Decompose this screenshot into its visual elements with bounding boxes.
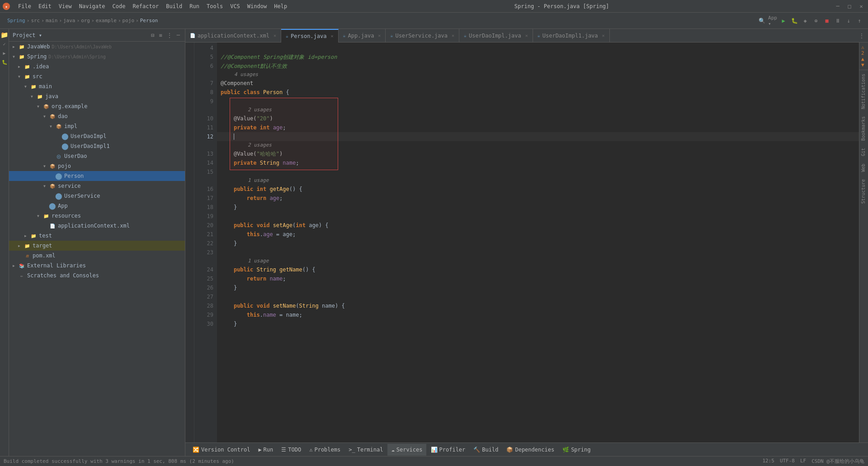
bottom-dependencies[interactable]: 📦 Dependencies <box>503 444 558 456</box>
tree-item-userdaoimpl[interactable]: ⬤ UserDaoImpl <box>9 131 185 141</box>
tree-item-main[interactable]: ▼ 📁 main <box>9 81 185 91</box>
breadcrumb-src[interactable]: src <box>31 18 40 24</box>
tab-userdaoimpl[interactable]: ☕ UserDaoImpl.java ✕ <box>459 29 533 43</box>
run-button[interactable]: ▶ <box>778 16 788 26</box>
menu-file[interactable]: File <box>14 2 35 10</box>
tree-item-userservice[interactable]: ⬤ UserService <box>9 191 185 201</box>
bottom-run[interactable]: ▶ Run <box>255 444 277 456</box>
tree-item-src[interactable]: ▼ 📁 src <box>9 71 185 81</box>
commit-icon[interactable]: ✓ <box>0 40 9 48</box>
tab-applicationcontext[interactable]: 📄 applicationContext.xml ✕ <box>185 29 281 43</box>
tree-item-extlibs[interactable]: ▶ 📚 External Libraries <box>9 261 185 271</box>
tree-item-orgexample[interactable]: ▼ 📦 org.example <box>9 101 185 111</box>
menu-build[interactable]: Build <box>162 2 186 10</box>
status-linesep[interactable]: LF <box>800 458 806 465</box>
close-tab-person[interactable]: ✕ <box>331 33 334 38</box>
tree-item-userdaoimpl1[interactable]: ⬤ UserDaoImpl1 <box>9 141 185 151</box>
options-icon[interactable]: ⋮ <box>165 32 174 39</box>
tree-item-target[interactable]: ▶ 📁 target <box>9 241 185 251</box>
settings-icon[interactable]: ≡ <box>158 32 164 39</box>
pause-button[interactable]: ⏸ <box>833 16 843 26</box>
menu-help[interactable]: Help <box>270 2 291 10</box>
git-push-button[interactable]: ↑ <box>854 16 864 26</box>
breadcrumb-java[interactable]: java <box>63 18 75 24</box>
close-tab-userdaoimpl[interactable]: ✕ <box>525 33 528 38</box>
bottom-build[interactable]: 🔨 Build <box>470 444 502 456</box>
tab-userdaoimpl1[interactable]: ☕ UserDaoImpl1.java ✕ <box>533 29 610 43</box>
bottom-todo[interactable]: ☰ TODO <box>278 444 305 456</box>
bottom-problems[interactable]: ⚠ Problems <box>306 444 344 456</box>
menu-window[interactable]: Window <box>244 2 270 10</box>
debug-button[interactable]: 🐛 <box>789 16 799 26</box>
tree-item-javaweb[interactable]: ▶ 📁 JavaWeb D:\Users\Admin\JavaWeb <box>9 42 185 52</box>
breadcrumb-person[interactable]: Person <box>140 18 158 24</box>
status-encoding[interactable]: UTF-8 <box>780 458 795 465</box>
close-button[interactable]: ✕ <box>856 1 866 11</box>
tab-person[interactable]: ☕ Person.java ✕ <box>281 29 339 43</box>
bookmarks-label[interactable]: Bookmarks <box>859 113 868 144</box>
menu-tools[interactable]: Tools <box>203 2 226 10</box>
tree-item-dao[interactable]: ▼ 📦 dao <box>9 111 185 121</box>
tree-item-service[interactable]: ▼ 📦 service <box>9 181 185 191</box>
bottom-profiler[interactable]: 📊 Profiler <box>427 444 469 456</box>
breadcrumb-example[interactable]: example <box>96 18 117 24</box>
project-icon[interactable]: 📁 <box>0 31 9 39</box>
close-tab-app[interactable]: ✕ <box>378 33 381 38</box>
bottom-services[interactable]: ☁ Services <box>387 444 426 456</box>
tree-item-idea[interactable]: ▶ 📁 .idea <box>9 62 185 71</box>
tree-item-appcontext[interactable]: 📄 applicationContext.xml <box>9 221 185 231</box>
minimize-panel-icon[interactable]: ─ <box>175 32 181 39</box>
tree-item-person[interactable]: ⬤ Person <box>9 171 185 181</box>
breadcrumb-spring[interactable]: Spring <box>7 18 25 24</box>
code-line-12[interactable] <box>217 132 859 141</box>
menu-run[interactable]: Run <box>186 2 203 10</box>
structure-label[interactable]: Structure <box>859 176 868 207</box>
menu-refactor[interactable]: Refactor <box>129 2 162 10</box>
maximize-button[interactable]: □ <box>844 1 854 11</box>
tree-item-pojo[interactable]: ▼ 📦 pojo <box>9 161 185 171</box>
close-tab-userdaoimpl1[interactable]: ✕ <box>602 33 605 38</box>
tree-item-userdao[interactable]: ◎ UserDao <box>9 151 185 161</box>
tree-item-impl[interactable]: ▼ 📦 impl <box>9 121 185 131</box>
web-label[interactable]: Web <box>859 160 868 176</box>
debug-side-icon[interactable]: 🐛 <box>0 58 9 66</box>
breadcrumb-pojo[interactable]: pojo <box>123 18 135 24</box>
notifications-label[interactable]: Notifications <box>859 70 868 113</box>
profile-button[interactable]: ⊕ <box>811 16 821 26</box>
bottom-version-control[interactable]: 🔀 Version Control <box>189 444 254 456</box>
run-side-icon[interactable]: ▶ <box>0 49 9 57</box>
tree-item-test[interactable]: ▶ 📁 test <box>9 231 185 241</box>
breadcrumb-main[interactable]: main <box>46 18 58 24</box>
git-update-button[interactable]: ↓ <box>844 16 854 26</box>
tree-item-spring[interactable]: ▼ 📁 Spring D:\Users\Admin\Spring <box>9 52 185 62</box>
arrow-main: ▼ <box>24 85 30 89</box>
close-tab-userservice[interactable]: ✕ <box>452 33 454 38</box>
tree-item-java[interactable]: ▼ 📁 java <box>9 91 185 101</box>
status-position[interactable]: 12:5 <box>762 458 774 465</box>
tab-app[interactable]: ☕ App.java ✕ <box>339 29 386 43</box>
menu-navigate[interactable]: Navigate <box>75 2 109 10</box>
menu-code[interactable]: Code <box>109 2 129 10</box>
bottom-spring[interactable]: 🌿 Spring <box>559 444 594 456</box>
tree-item-pomxml[interactable]: m pom.xml <box>9 251 185 261</box>
close-tab-applicationcontext[interactable]: ✕ <box>274 33 276 38</box>
collapse-all-icon[interactable]: ⊟ <box>150 32 156 39</box>
run-coverage-button[interactable]: ◈ <box>800 16 810 26</box>
tree-item-app[interactable]: ⬤ App <box>9 201 185 211</box>
menu-view[interactable]: View <box>55 2 75 10</box>
stop-button[interactable]: ■ <box>822 16 832 26</box>
tab-userservice[interactable]: ☕ UserService.java ✕ <box>386 29 459 43</box>
minimize-button[interactable]: ─ <box>833 1 843 11</box>
tree-item-resources[interactable]: ▼ 📁 resources <box>9 211 185 221</box>
warning-badge[interactable]: ⚠ 2 ▲ ▼ <box>861 44 866 68</box>
run-config-selector[interactable]: App ▾ <box>768 16 778 26</box>
git-label[interactable]: Git <box>859 144 868 160</box>
code-content[interactable]: //@Component Spring创建对象 id=person //@Com… <box>217 43 859 442</box>
bottom-terminal[interactable]: >_ Terminal <box>345 444 387 456</box>
breadcrumb-org[interactable]: org <box>81 18 90 24</box>
tabs-overflow-button[interactable]: ⋮ <box>855 33 868 39</box>
menu-edit[interactable]: Edit <box>35 2 55 10</box>
menu-vcs[interactable]: VCS <box>226 2 244 10</box>
search-everywhere-button[interactable]: 🔍 <box>757 16 767 26</box>
tree-item-scratches[interactable]: ✏ Scratches and Consoles <box>9 271 185 281</box>
